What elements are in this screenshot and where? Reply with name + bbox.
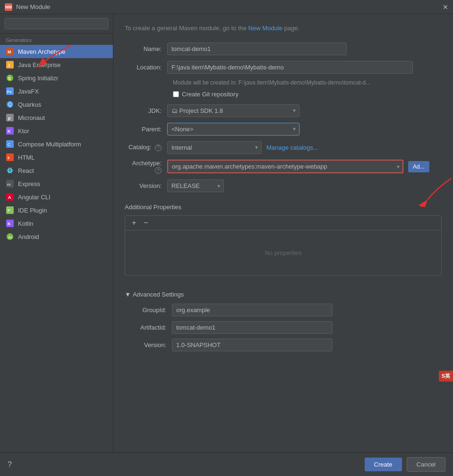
title-bar: NM New Module ✕: [0, 0, 453, 14]
archetype-help-icon[interactable]: ?: [155, 167, 162, 174]
sidebar-item-ktor[interactable]: K Ktor: [0, 124, 113, 137]
svg-text:S: S: [8, 76, 11, 81]
ide-plugin-icon: P: [6, 206, 14, 214]
svg-text:C: C: [8, 142, 11, 147]
location-label: Location:: [125, 64, 167, 71]
svg-text:Fx: Fx: [7, 90, 12, 94]
parent-select-wrapper: <None>: [167, 123, 299, 136]
search-input[interactable]: [5, 18, 108, 29]
search-box[interactable]: [0, 14, 113, 34]
archetype-row: Archetype: ? org.apache.maven.archetypes…: [125, 160, 442, 174]
dialog-icon: NM: [5, 3, 12, 11]
sidebar-item-ide-plugin[interactable]: P IDE Plugin: [0, 204, 113, 217]
additional-properties-panel: + − No properties: [125, 215, 442, 276]
sidebar-item-angular-cli[interactable]: A Angular CLI: [0, 190, 113, 204]
advanced-label: Advanced Settings: [133, 291, 184, 298]
parent-label: Parent:: [125, 126, 167, 133]
sidebar-item-label: Maven Archetype: [18, 48, 65, 55]
dialog-title: New Module: [16, 3, 50, 10]
sidebar-item-label: Spring Initializr: [18, 75, 58, 82]
version-select[interactable]: RELEASE: [167, 179, 224, 192]
javafx-icon: Fx: [6, 87, 14, 95]
close-button[interactable]: ✕: [443, 3, 448, 11]
catalog-label: Catalog: ?: [125, 144, 167, 151]
manage-catalogs-link[interactable]: Manage catalogs...: [266, 144, 318, 151]
sidebar-item-label: IDE Plugin: [18, 207, 47, 214]
chevron-down-icon: ▼: [125, 291, 131, 298]
sidebar-item-express[interactable]: ex Express: [0, 177, 113, 190]
sidebar-item-label: Compose Multiplatform: [18, 141, 81, 148]
groupid-label: GroupId:: [125, 306, 172, 314]
maven-icon: M: [6, 47, 14, 56]
name-input[interactable]: [167, 42, 347, 55]
micronaut-icon: μ: [6, 113, 14, 122]
catalog-row: Catalog: ? Internal Manage catalogs...: [125, 141, 442, 154]
archetype-select-wrapper: org.apache.maven.archetypes:maven-archet…: [167, 160, 403, 173]
sidebar-item-kotlin[interactable]: K Kotlin: [0, 217, 113, 230]
catalog-select[interactable]: Internal: [167, 141, 262, 154]
sidebar-item-android[interactable]: An Android: [0, 230, 113, 243]
sidebar-item-micronaut[interactable]: μ Micronaut: [0, 111, 113, 124]
sidebar-item-java-enterprise[interactable]: J Java Enterprise: [0, 58, 113, 71]
adv-version-input[interactable]: [172, 339, 333, 351]
version-label: Version:: [125, 182, 167, 189]
remove-property-button[interactable]: −: [141, 218, 151, 228]
android-icon: An: [6, 232, 14, 241]
spring-icon: S: [6, 74, 14, 82]
react-icon: [6, 166, 14, 175]
adv-version-row: Version:: [125, 339, 442, 351]
svg-text:5: 5: [8, 156, 9, 160]
sidebar-item-spring-initializr[interactable]: S Spring Initializr: [0, 71, 113, 85]
archetype-add-button[interactable]: Ad...: [408, 161, 429, 172]
location-input[interactable]: [167, 61, 413, 74]
artifactid-label: ArtifactId:: [125, 324, 172, 331]
parent-select[interactable]: <None>: [167, 123, 299, 136]
sidebar-item-label: Quarkus: [18, 101, 41, 108]
version-row: Version: RELEASE: [125, 179, 442, 192]
props-toolbar: + −: [125, 216, 441, 230]
html-icon: 5: [6, 153, 14, 162]
sidebar-item-react[interactable]: React: [0, 164, 113, 177]
express-icon: ex: [6, 179, 14, 188]
advanced-toggle[interactable]: ▼ Advanced Settings: [125, 291, 442, 298]
csdn-badge: S英: [439, 371, 453, 382]
svg-text:K: K: [8, 129, 11, 134]
sidebar-item-compose-multiplatform[interactable]: C Compose Multiplatform: [0, 137, 113, 151]
location-row: Location:: [125, 61, 442, 74]
git-checkbox-row: Create Git repository: [173, 91, 442, 98]
additional-properties-title: Additional Properties: [125, 204, 442, 211]
sidebar-item-javafx[interactable]: Fx JavaFX: [0, 85, 113, 98]
main-panel: To create a general Maven module, go to …: [113, 14, 453, 452]
svg-text:J: J: [8, 63, 10, 68]
advanced-fields: GroupId: ArtifactId: Version:: [125, 304, 442, 351]
git-checkbox[interactable]: [173, 91, 179, 97]
sidebar-item-label: JavaFX: [18, 88, 39, 95]
svg-text:K: K: [8, 221, 11, 226]
sidebar-item-label: Android: [18, 233, 39, 240]
create-button[interactable]: Create: [365, 458, 402, 471]
catalog-help-icon[interactable]: ?: [155, 144, 162, 151]
jdk-label: JDK:: [125, 107, 167, 114]
svg-text:A: A: [8, 195, 11, 200]
groupid-input[interactable]: [172, 304, 333, 316]
sidebar-item-label: React: [18, 167, 34, 174]
sidebar-item-quarkus[interactable]: Q Quarkus: [0, 98, 113, 111]
version-select-wrapper: RELEASE: [167, 179, 224, 192]
additional-properties-section: Additional Properties + − No properties: [125, 204, 442, 283]
new-module-link[interactable]: New Module: [248, 25, 282, 32]
sidebar-item-label: Express: [18, 180, 40, 187]
jdk-select[interactable]: 🗂 Project SDK 1.8: [167, 104, 299, 117]
cancel-button[interactable]: Cancel: [407, 457, 445, 472]
jdk-row: JDK: 🗂 Project SDK 1.8: [125, 104, 442, 117]
sidebar-item-html[interactable]: 5 HTML: [0, 151, 113, 164]
groupid-row: GroupId:: [125, 304, 442, 316]
sidebar-item-maven-archetype[interactable]: M Maven Archetype: [0, 45, 113, 58]
intro-text: To create a general Maven module, go to …: [125, 24, 442, 33]
archetype-select[interactable]: org.apache.maven.archetypes:maven-archet…: [167, 160, 403, 173]
artifactid-input[interactable]: [172, 321, 333, 334]
svg-text:μ: μ: [8, 116, 11, 120]
angular-icon: A: [6, 193, 14, 201]
add-property-button[interactable]: +: [129, 218, 139, 228]
help-button[interactable]: ?: [8, 460, 12, 469]
ktor-icon: K: [6, 127, 14, 135]
